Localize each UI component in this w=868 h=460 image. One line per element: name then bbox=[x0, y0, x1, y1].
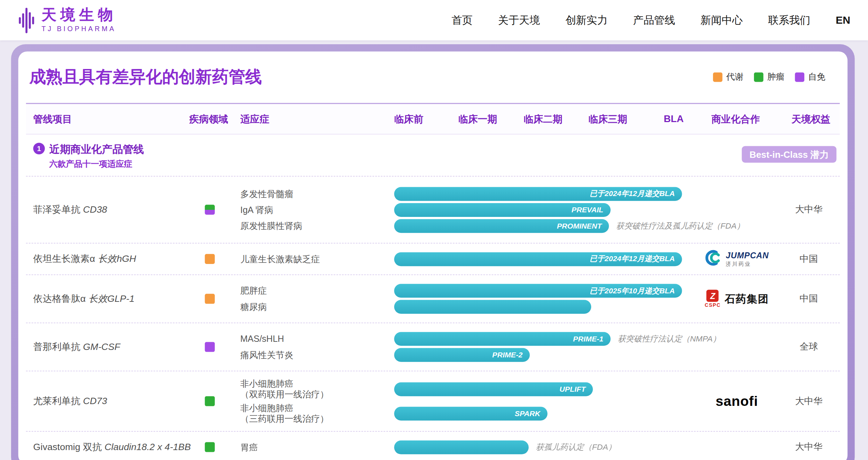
disease-area-square bbox=[205, 396, 215, 406]
bar-area: PRIME-2 bbox=[394, 348, 530, 362]
phase-bar bbox=[394, 440, 529, 454]
product-name: 普那利单抗GM-CSF bbox=[33, 341, 120, 353]
column-header: 临床一期 bbox=[458, 112, 497, 126]
cspc-name: 石药集团 bbox=[725, 292, 769, 306]
section-subtitle: 六款产品十一项适应症 bbox=[49, 159, 132, 169]
indication-label: 糖尿病 bbox=[240, 301, 394, 312]
column-header: 临床二期 bbox=[524, 112, 562, 126]
nav-item[interactable]: 新闻中心 bbox=[701, 13, 743, 28]
designation-note: 获孤儿药认定（FDA） bbox=[536, 442, 616, 453]
product-name-text: 依坦生长激素α bbox=[33, 254, 95, 264]
phase-bar: 已于2024年12月递交BLA bbox=[394, 187, 682, 201]
logo-name-en: TJ BIOPHARMA bbox=[41, 25, 117, 33]
disease-area-square bbox=[205, 442, 215, 452]
column-header: 管线项目 bbox=[33, 112, 72, 126]
indication-list: MAS/sHLHPRIME-1获突破性疗法认定（NMPA）痛风性关节炎PRIME… bbox=[240, 323, 840, 370]
phase-bar-label: PROMINENT bbox=[557, 222, 602, 230]
pipeline-row: 菲泽妥单抗CD38多发性骨髓瘤已于2024年12月递交BLAIgA 肾病PREV… bbox=[26, 176, 840, 243]
section-title: 近期商业化产品管线 bbox=[49, 142, 144, 157]
indication-label: MAS/sHLH bbox=[240, 334, 394, 344]
indication-label: 痛风性关节炎 bbox=[240, 350, 394, 360]
nav-item[interactable]: 关于天境 bbox=[498, 13, 540, 28]
phase-bar-label: 已于2024年12月递交BLA bbox=[590, 189, 675, 199]
indication-row: MAS/sHLHPRIME-1获突破性疗法认定（NMPA） bbox=[240, 331, 840, 347]
legend-label: 肿瘤 bbox=[767, 71, 784, 83]
cspc-logo-icon-block: ZCSPC bbox=[705, 290, 721, 308]
rights-region: 大中华 bbox=[773, 395, 845, 407]
pipeline-row: 依达格鲁肽α长效GLP-1肥胖症已于2025年10月递交BLA糖尿病ZCSPC石… bbox=[26, 275, 840, 323]
indication-label: 多发性骨髓瘤 bbox=[240, 188, 394, 199]
pipeline-row: 依坦生长激素α长效hGH儿童生长激素缺乏症已于2024年12月递交BLAJUMP… bbox=[26, 243, 840, 274]
product-name-text: 尤莱利单抗 bbox=[33, 396, 80, 407]
bar-area: SPARK bbox=[394, 407, 547, 420]
jumpcan-logo: JUMPCAN济川药业 bbox=[705, 249, 769, 269]
rights-region: 大中华 bbox=[773, 441, 845, 453]
logo-icon bbox=[19, 5, 35, 35]
legend-color-square bbox=[795, 73, 805, 82]
logo[interactable]: 天境生物 TJ BIOPHARMA bbox=[19, 5, 117, 35]
jumpcan-subname: 济川药业 bbox=[726, 260, 769, 268]
disease-area-square bbox=[205, 205, 215, 215]
product-name: 菲泽妥单抗CD38 bbox=[33, 203, 107, 216]
legend-item: 代谢 bbox=[713, 71, 743, 83]
disease-area-square bbox=[205, 294, 215, 304]
product-name: 尤莱利单抗CD73 bbox=[33, 395, 107, 408]
indication-label: 肥胖症 bbox=[240, 286, 394, 296]
product-target: 长效GLP-1 bbox=[88, 294, 135, 304]
phase-bar: 已于2025年10月递交BLA bbox=[394, 284, 682, 298]
phase-bar-label: PREVAIL bbox=[572, 206, 604, 214]
logo-name-cn: 天境生物 bbox=[41, 8, 117, 23]
section-header: 1 近期商业化产品管线 六款产品十一项适应症 Best-in-Class 潜力 bbox=[26, 134, 840, 176]
partner-logo: sanofi bbox=[692, 393, 781, 409]
section-number-badge: 1 bbox=[33, 143, 45, 154]
nav-item[interactable]: 创新实力 bbox=[566, 13, 608, 28]
jumpcan-logo-icon bbox=[705, 249, 723, 269]
main-nav: 首页关于天境创新实力产品管线新闻中心联系我们 bbox=[451, 13, 810, 28]
column-header: BLA bbox=[664, 113, 684, 125]
phase-bar-label: PRIME-2 bbox=[492, 351, 523, 359]
page-root: 天境生物 TJ BIOPHARMA 首页关于天境创新实力产品管线新闻中心联系我们… bbox=[0, 0, 868, 460]
legend: 代谢肿瘤自免 bbox=[713, 71, 825, 83]
nav-item[interactable]: 联系我们 bbox=[768, 13, 810, 28]
indication-label: IgA 肾病 bbox=[240, 205, 394, 215]
product-name: 依坦生长激素α长效hGH bbox=[33, 253, 136, 265]
column-header: 适应症 bbox=[240, 112, 269, 126]
nav-item[interactable]: 首页 bbox=[451, 13, 472, 28]
indication-label: 非小细胞肺癌 （三药联用一线治疗） bbox=[240, 403, 394, 424]
logo-text: 天境生物 TJ BIOPHARMA bbox=[41, 8, 117, 33]
phase-bar: PRIME-1 bbox=[394, 332, 610, 346]
phase-bar-label: UPLIFT bbox=[560, 385, 586, 393]
pipeline-row: Givastomig 双抗Claudin18.2 x 4-1BB胃癌获孤儿药认定… bbox=[26, 431, 840, 460]
indication-row: 胃癌获孤儿药认定（FDA） bbox=[240, 439, 840, 455]
product-target: CD73 bbox=[83, 396, 107, 407]
product-target: GM-CSF bbox=[83, 342, 120, 352]
legend-item: 自免 bbox=[795, 71, 826, 83]
indication-label: 儿童生长激素缺乏症 bbox=[240, 254, 394, 264]
nav-item[interactable]: 产品管线 bbox=[633, 13, 675, 28]
legend-label: 自免 bbox=[808, 71, 825, 83]
product-name: 依达格鲁肽α长效GLP-1 bbox=[33, 292, 135, 305]
page-title: 成熟且具有差异化的创新药管线 bbox=[29, 66, 262, 88]
indication-row: 多发性骨髓瘤已于2024年12月递交BLA bbox=[240, 186, 840, 202]
partner-logo: JUMPCAN济川药业 bbox=[692, 249, 781, 269]
jumpcan-logo-text: JUMPCAN济川药业 bbox=[726, 251, 769, 268]
column-header: 疾病领域 bbox=[189, 112, 228, 126]
product-name-text: 普那利单抗 bbox=[33, 342, 80, 352]
bar-area: PREVAIL bbox=[394, 203, 610, 217]
phase-bar-label: 已于2024年12月递交BLA bbox=[590, 254, 675, 264]
language-toggle[interactable]: EN bbox=[836, 14, 850, 26]
cspc-logo: ZCSPC石药集团 bbox=[705, 290, 769, 308]
indication-row: 原发性膜性肾病PROMINENT获突破性疗法及孤儿药认定（FDA） bbox=[240, 218, 840, 234]
jumpcan-name: JUMPCAN bbox=[726, 251, 769, 260]
pipeline-panel: 成熟且具有差异化的创新药管线 代谢肿瘤自免 管线项目疾病领域适应症临床前临床一期… bbox=[11, 44, 855, 460]
phase-bar-label: PRIME-1 bbox=[573, 335, 604, 343]
phase-bar: PROMINENT bbox=[394, 219, 609, 232]
phase-bar: 已于2024年12月递交BLA bbox=[394, 252, 682, 266]
phase-bar: SPARK bbox=[394, 407, 547, 420]
rights-region: 大中华 bbox=[773, 203, 845, 215]
phase-bar: UPLIFT bbox=[394, 382, 593, 396]
product-target: CD38 bbox=[83, 205, 107, 215]
site-header: 天境生物 TJ BIOPHARMA 首页关于天境创新实力产品管线新闻中心联系我们… bbox=[0, 0, 868, 40]
indication-label: 原发性膜性肾病 bbox=[240, 220, 394, 231]
rights-region: 全球 bbox=[773, 341, 845, 353]
